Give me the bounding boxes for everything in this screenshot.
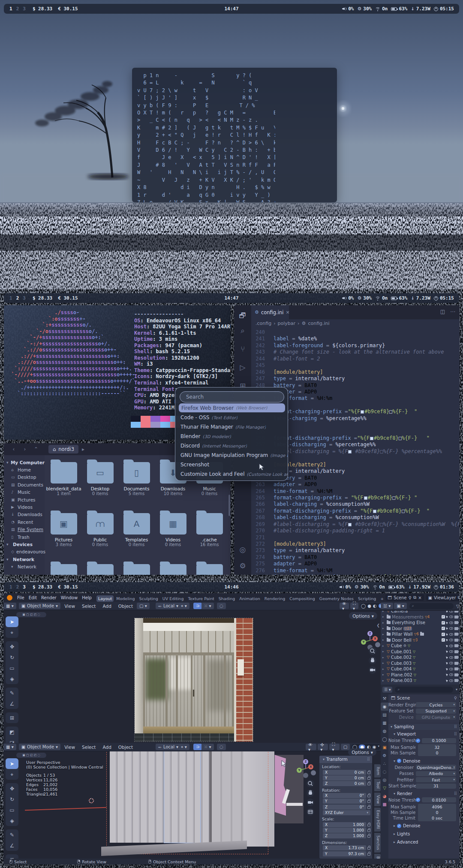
select-mode-buttons[interactable]: ▣ ▢ ◱ ◰ ◌ bbox=[16, 612, 46, 617]
menu-file[interactable]: File bbox=[15, 595, 27, 600]
outliner-row-pillarwall[interactable]: ▸Pillar Wall▽6✓ bbox=[381, 631, 460, 637]
properties-viewlayer-tab[interactable]: ▦ bbox=[381, 719, 388, 727]
viewport-zoom-nav-icon[interactable] bbox=[369, 647, 376, 655]
prop-field[interactable]: 0.1000 bbox=[422, 738, 456, 743]
properties-scene-tab[interactable]: ◍ bbox=[381, 727, 388, 735]
blender-window[interactable]: FileEditRenderWindowHelpLayoutModelingSc… bbox=[3, 593, 460, 865]
rofi-launcher[interactable]: SearchFirefox Web Browser(Web Browser)Co… bbox=[175, 387, 288, 481]
gz-x[interactable]: X bbox=[308, 764, 313, 769]
toolbar-measure-tool[interactable]: ∠ bbox=[6, 840, 18, 851]
gz-z[interactable]: Z bbox=[367, 631, 373, 636]
path-button[interactable]: ⌂nordi3 bbox=[48, 445, 78, 454]
snapping-dropdown[interactable]: ⌖ ▾ bbox=[178, 603, 189, 609]
vp-menu-view[interactable]: View bbox=[61, 745, 78, 750]
sidebar-item-file-system[interactable]: ▤File System bbox=[4, 526, 45, 533]
prop-section-sampling[interactable]: ▾Sampling⠿ bbox=[388, 723, 460, 730]
tab-config-ini[interactable]: ⚙config.ini× bbox=[251, 305, 289, 319]
matrix-terminal[interactable]: p 1 n - S y ? ( ^ . Z k $ 7 q 6 = L k = … bbox=[132, 68, 337, 202]
transform-field[interactable]: XYZ Euler▾ bbox=[323, 810, 370, 815]
folder-item[interactable]: blenderkit_data1 item bbox=[45, 462, 82, 496]
workspace-tab-layout[interactable]: Layout bbox=[96, 595, 114, 602]
scene-selector[interactable]: 🗔Scene⚲⧉× bbox=[385, 594, 424, 601]
mode-selector[interactable]: ▣Object Mode▾ bbox=[19, 744, 60, 750]
sidebar-item-recent[interactable]: ◔Recent bbox=[4, 518, 45, 526]
launcher-item-selected[interactable]: Firefox Web Browser(Web Browser) bbox=[179, 403, 285, 412]
sidebar-item-my-computer[interactable]: ▾My Computer bbox=[4, 459, 45, 466]
toolbar-select-tool[interactable]: ➤ bbox=[6, 616, 18, 627]
orientation-selector[interactable]: ⤝Local▾ bbox=[156, 744, 181, 750]
settings-icon[interactable]: ⚙ bbox=[234, 562, 251, 570]
sidebar-item-documents[interactable]: ▤Documents bbox=[4, 481, 45, 488]
prop-subsection-denoise[interactable]: ▾✓Denoise bbox=[388, 757, 460, 764]
outliner-row-door[interactable]: ▸Door▽27✓ bbox=[381, 626, 460, 632]
search-input[interactable]: Search bbox=[180, 391, 284, 402]
launcher-item[interactable]: Blender(3D modeler) bbox=[180, 432, 231, 441]
n-tab-easy-hdri[interactable]: Easy HDRI bbox=[374, 808, 381, 832]
gz-neg1[interactable] bbox=[303, 773, 308, 778]
outliner-row-cube002[interactable]: ▸▽Cube.002▽ bbox=[381, 655, 460, 661]
outliner-search[interactable]: ⌕ bbox=[409, 603, 454, 609]
prop-group-row[interactable]: Max Samples32 bbox=[418, 745, 456, 750]
outliner-row-plane002[interactable]: ▸▽Plane.002▽ bbox=[381, 672, 460, 678]
workspace-tab-rendering[interactable]: Rendering bbox=[263, 595, 287, 602]
vp-menu-select[interactable]: Select bbox=[79, 745, 99, 750]
viewlayer-selector[interactable]: ▣ViewLayer⧉× bbox=[426, 594, 460, 601]
properties-physics-tab[interactable]: ◌ bbox=[381, 768, 388, 776]
toolbar-scale-tool[interactable]: ▭ bbox=[6, 663, 18, 673]
transform-field[interactable]: Z1.000 bbox=[323, 833, 366, 838]
properties-texture-tab[interactable]: ▩ bbox=[381, 800, 388, 808]
viewport-pan-nav-icon[interactable] bbox=[369, 657, 376, 664]
folder-item[interactable]: ⩋Public0 items bbox=[82, 513, 118, 547]
menu-edit[interactable]: Edit bbox=[27, 595, 39, 600]
launcher-item[interactable]: Customize Look and Feel(Customize Look a… bbox=[180, 469, 288, 479]
snap-magnet-button[interactable]: ⊃ bbox=[193, 603, 202, 609]
properties-material-tab[interactable]: ◕ bbox=[381, 792, 388, 800]
prop-field[interactable]: Albedo▾ bbox=[416, 771, 456, 776]
prop-group-row[interactable]: Min Samples0 bbox=[418, 810, 456, 815]
properties-render-tab[interactable]: ◉ bbox=[381, 703, 388, 711]
toolbar-add-cube-tool[interactable]: ⊞ bbox=[6, 854, 18, 859]
toolbar-cursor-tool[interactable]: ⌖ bbox=[6, 769, 18, 780]
n-tab-item[interactable]: Item bbox=[374, 764, 381, 778]
toolbar-annotate-tool[interactable]: ✎ bbox=[6, 688, 18, 698]
n-tab-sanctus[interactable]: Sanctus bbox=[374, 833, 381, 853]
outliner-row-plane003[interactable]: ▸▽Plane.003▽ bbox=[381, 678, 460, 684]
folder-item[interactable]: ▯Documents5 items bbox=[118, 462, 155, 496]
toolbar-move-tool[interactable]: ✥ bbox=[6, 641, 18, 652]
toolbar-cursor-tool[interactable]: ⌖ bbox=[6, 627, 18, 638]
sidebar-item-videos[interactable]: ▶Videos bbox=[4, 503, 45, 511]
vp-menu-add[interactable]: Add bbox=[99, 604, 114, 609]
files-icon[interactable]: 🗗 bbox=[234, 311, 251, 320]
toolbar-misc-tool-1[interactable]: ◩ bbox=[6, 727, 18, 737]
prop-collapsed-advanced[interactable]: ▸Advanced bbox=[388, 839, 460, 846]
folder-item[interactable] bbox=[82, 564, 118, 575]
launcher-item[interactable]: GNU Image Manipulation Program(Image Edi… bbox=[180, 451, 288, 460]
properties-constraints-tab[interactable]: ◎ bbox=[381, 776, 388, 784]
axis-gizmo[interactable]: ZYX bbox=[296, 759, 315, 778]
menu-window[interactable]: Window bbox=[59, 595, 80, 600]
prop-field[interactable]: Fast▾ bbox=[416, 777, 456, 782]
transform-field[interactable]: Y97.3 cm bbox=[323, 851, 366, 856]
workspace-tab-sculpting[interactable]: Sculpting bbox=[137, 595, 159, 602]
prop-group-row[interactable]: Max Samples4096 bbox=[418, 804, 456, 810]
outliner-row-cube004[interactable]: ▸▽Cube.004▽ bbox=[381, 666, 460, 672]
vp-menu-view[interactable]: View bbox=[61, 604, 78, 609]
prop-field[interactable]: 31 bbox=[416, 784, 456, 789]
transform-panel-header[interactable]: ▾Transform⠿ bbox=[319, 756, 372, 763]
outliner-row-cube[interactable]: ▸▽Cube⚙▽ bbox=[381, 643, 460, 649]
workspace-tab-[interactable]: + bbox=[379, 595, 385, 602]
gz-y[interactable]: Y bbox=[361, 640, 366, 645]
prop-subsection-render[interactable]: ▾Render⠿ bbox=[388, 790, 460, 797]
properties-output-tab[interactable]: ▤ bbox=[381, 711, 388, 719]
toolbar-transform-tool[interactable]: ◈ bbox=[6, 815, 18, 826]
toolbar-annotate-tool[interactable]: ✎ bbox=[6, 829, 18, 840]
sidebar-item-network[interactable]: ▾Network bbox=[4, 563, 45, 570]
outliner-row-cube003[interactable]: ▸▽Cube.003▽ bbox=[381, 661, 460, 667]
vp-menu-add[interactable]: Add bbox=[99, 745, 114, 750]
workspace-tab-uvediting[interactable]: UV Editing bbox=[161, 595, 186, 602]
folder-item[interactable]: ATemplates0 items bbox=[118, 513, 155, 547]
gz-z[interactable]: Z bbox=[303, 759, 308, 764]
workspace-tab-geometrynodes[interactable]: Geometry Nodes bbox=[318, 595, 355, 602]
prop-field[interactable]: Cycles▾ bbox=[416, 702, 456, 707]
properties-world-tab[interactable]: ◯ bbox=[381, 735, 388, 743]
